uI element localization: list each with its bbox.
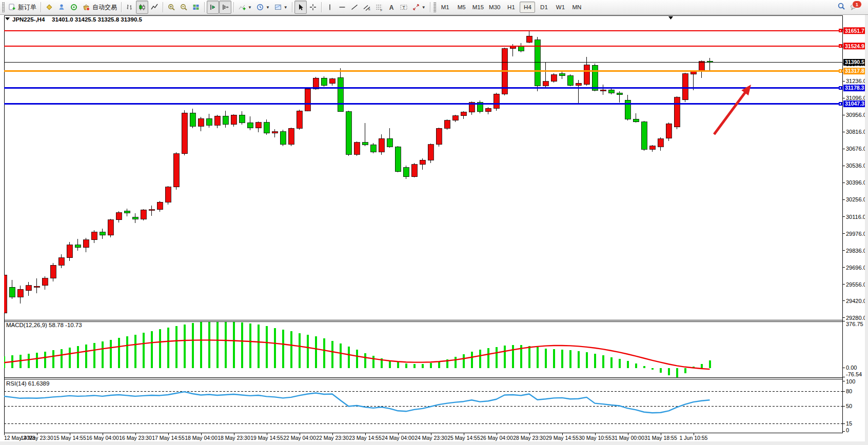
- auto-trading-label: 自动交易: [92, 3, 117, 12]
- timeframe-m15-button[interactable]: M15: [470, 2, 486, 13]
- bar-chart-mode-button[interactable]: [124, 1, 136, 14]
- chart-symbol-period: JPN225-,H4: [12, 16, 45, 23]
- text-button[interactable]: A: [385, 1, 398, 14]
- timeframe-m1-button[interactable]: M1: [438, 2, 453, 13]
- templates-icon: [274, 3, 282, 11]
- level-handle-dot: [840, 87, 841, 88]
- candle: [190, 113, 195, 126]
- toolbar-grip[interactable]: [433, 2, 436, 12]
- toolbar-separator: [233, 2, 234, 12]
- macd-histogram-bar: [479, 350, 481, 368]
- macd-histogram-bar: [413, 364, 416, 368]
- timeframe-h4-button[interactable]: H4: [520, 2, 535, 13]
- candle: [354, 143, 360, 154]
- candle: [100, 232, 105, 235]
- zoom-in-button[interactable]: [165, 1, 177, 14]
- zoom-out-button[interactable]: [177, 1, 190, 14]
- time-axis-label: 16 May 23:30: [119, 435, 152, 441]
- templates-button[interactable]: ▼: [272, 1, 290, 14]
- candle: [494, 94, 499, 108]
- timeframe-h1-button[interactable]: H1: [503, 2, 519, 13]
- toolbar-grip[interactable]: [2, 2, 5, 12]
- svg-text:F: F: [380, 9, 382, 12]
- macd-histogram-bar: [208, 321, 210, 368]
- search-button[interactable]: [837, 2, 845, 12]
- candle: [592, 65, 598, 90]
- candle: [67, 245, 72, 258]
- macd-histogram-bar: [340, 343, 342, 368]
- macd-histogram-bar: [463, 354, 465, 368]
- macd-histogram-bar: [175, 326, 177, 368]
- timeframe-m5-button[interactable]: M5: [454, 2, 469, 13]
- trendline-button[interactable]: [348, 1, 361, 14]
- chart-frame: [5, 16, 843, 433]
- equidistant-channel-icon: E: [363, 3, 371, 11]
- svg-text:A: A: [389, 4, 393, 11]
- candle-mode-button[interactable]: [136, 1, 148, 14]
- market-watch-button[interactable]: [55, 1, 68, 14]
- signals-button[interactable]: [68, 1, 80, 14]
- macd-histogram-bar: [69, 348, 71, 368]
- text-label-button[interactable]: T: [398, 1, 410, 14]
- fibonacci-button[interactable]: F: [373, 1, 385, 14]
- macd-histogram-bar: [118, 338, 120, 368]
- timeframe-mn-button[interactable]: MN: [569, 2, 584, 13]
- horizontal-line-button[interactable]: [336, 1, 348, 14]
- fibonacci-icon: F: [375, 3, 383, 11]
- macd-histogram-bar: [569, 350, 571, 368]
- indicators-button[interactable]: ▼: [236, 1, 254, 14]
- macd-histogram-bar: [44, 352, 46, 368]
- auto-trading-button[interactable]: 自动交易: [80, 1, 119, 14]
- macd-histogram-bar: [307, 335, 309, 368]
- equidistant-channel-button[interactable]: E: [361, 1, 373, 14]
- price-tag-label: 31317.8: [845, 68, 864, 74]
- candle: [9, 287, 15, 297]
- vertical-line-button[interactable]: [324, 1, 336, 14]
- macd-histogram-bar: [331, 341, 333, 368]
- new-order-button[interactable]: 新订单: [6, 1, 38, 14]
- chart-canvas[interactable]: 31656.031516.031376.031236.031096.030956…: [0, 0, 868, 445]
- new-order-icon: [8, 3, 16, 11]
- candle: [608, 90, 614, 93]
- macd-histogram-bar: [602, 355, 604, 368]
- rsi-axis-label: 0: [846, 427, 849, 433]
- candle: [674, 97, 680, 127]
- candle: [403, 168, 409, 177]
- macd-histogram-bar: [225, 321, 227, 368]
- candle: [543, 82, 548, 86]
- notifications-button[interactable]: 1: [850, 3, 859, 12]
- timeframe-d1-button[interactable]: D1: [536, 2, 551, 13]
- candle: [272, 132, 278, 133]
- tile-windows-button[interactable]: [190, 1, 202, 14]
- price-axis-label: 29836.0: [846, 248, 866, 254]
- time-axis-label: 15 May 14:55: [53, 435, 86, 441]
- svg-text:E: E: [368, 8, 370, 11]
- macd-histogram-bar: [85, 345, 87, 368]
- periods-button[interactable]: ▼: [254, 1, 272, 14]
- time-axis-label: 14 May 23:30: [21, 435, 53, 441]
- window-bottom-edge: [0, 441, 868, 445]
- macd-histogram-bar: [537, 347, 539, 368]
- macd-histogram-bar: [709, 360, 711, 368]
- trading-terminal-window: 31656.031516.031376.031236.031096.030956…: [0, 0, 868, 445]
- time-axis-label: 16 May 04:00: [86, 435, 119, 441]
- chart-shift-button[interactable]: [219, 1, 231, 14]
- arrows-button[interactable]: ▼: [410, 1, 428, 14]
- auto-scroll-icon: [209, 3, 217, 11]
- auto-scroll-button[interactable]: [207, 1, 219, 14]
- line-chart-mode-button[interactable]: [148, 1, 161, 14]
- macd-histogram-bar: [61, 349, 63, 368]
- candle: [682, 74, 688, 100]
- chart-ohlc-readout: 31401.0 31425.5 31325.8 31390.5: [52, 16, 142, 23]
- macd-histogram-bar: [610, 357, 613, 368]
- crosshair-button[interactable]: [307, 1, 319, 14]
- candle: [239, 115, 245, 123]
- price-axis-label: 30816.0: [846, 129, 866, 135]
- styler-button[interactable]: [43, 1, 55, 14]
- candle: [411, 165, 417, 177]
- timeframe-m30-button[interactable]: M30: [487, 2, 502, 13]
- macd-histogram-bar: [619, 359, 621, 368]
- cursor-button[interactable]: [294, 1, 307, 14]
- macd-histogram-bar: [701, 364, 703, 368]
- timeframe-w1-button[interactable]: W1: [553, 2, 568, 13]
